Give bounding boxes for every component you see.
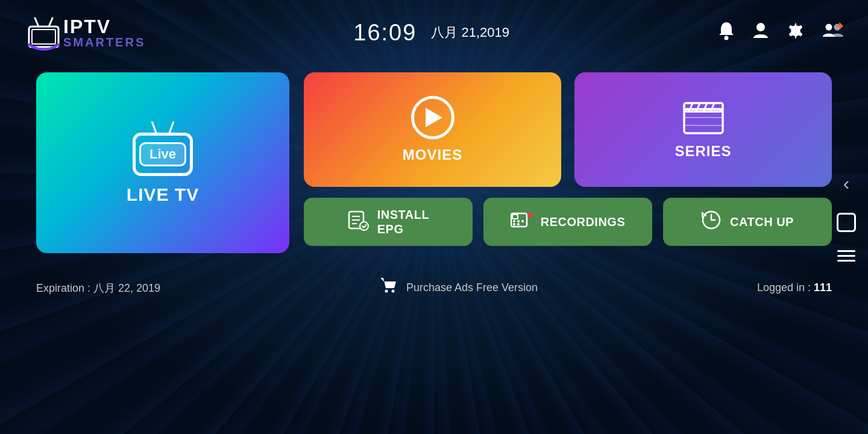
svg-point-31 bbox=[385, 290, 388, 293]
recordings-button[interactable]: RECORDINGS bbox=[483, 198, 652, 246]
svg-line-12 bbox=[696, 103, 700, 112]
bottom-row: INSTALL EPG bbox=[304, 198, 832, 246]
svg-point-28 bbox=[517, 223, 520, 225]
recordings-label: RECORDINGS bbox=[541, 215, 626, 229]
catch-up-button[interactable]: CATCH UP bbox=[663, 198, 832, 246]
svg-rect-1 bbox=[32, 30, 55, 44]
header-center: 16:09 八月 21,2019 bbox=[145, 20, 717, 46]
svg-line-3 bbox=[49, 18, 52, 27]
menu-line-2 bbox=[837, 255, 855, 257]
svg-line-13 bbox=[703, 103, 707, 112]
purchase-section[interactable]: Purchase Ads Free Version bbox=[380, 277, 538, 298]
menu-line-1 bbox=[837, 250, 855, 252]
logo-area: IPTV SMARTERS bbox=[24, 13, 145, 52]
live-tv-label: LIVE TV bbox=[127, 184, 199, 205]
header: IPTV SMARTERS 16:09 八月 21,2019 bbox=[0, 0, 868, 54]
settings-icon[interactable] bbox=[786, 21, 805, 45]
clock-display: 16:09 bbox=[353, 20, 417, 46]
tv-screen: Live bbox=[133, 133, 193, 176]
logo-tv-icon bbox=[24, 13, 63, 52]
live-badge: Live bbox=[139, 142, 186, 166]
logged-in-value: 111 bbox=[814, 281, 832, 294]
svg-point-7 bbox=[826, 24, 832, 30]
series-card[interactable]: SERIES bbox=[574, 72, 832, 187]
play-button-icon bbox=[411, 96, 454, 139]
live-tv-card[interactable]: Live LIVE TV bbox=[36, 72, 289, 253]
logo-text: IPTV SMARTERS bbox=[63, 17, 145, 48]
date-display: 八月 21,2019 bbox=[431, 24, 509, 42]
epg-icon bbox=[347, 209, 369, 235]
svg-line-14 bbox=[711, 103, 714, 112]
svg-point-4 bbox=[725, 36, 729, 40]
switch-user-icon[interactable] bbox=[822, 21, 844, 45]
footer: Expiration : 八月 22, 2019 Purchase Ads Fr… bbox=[0, 271, 868, 304]
play-triangle bbox=[426, 108, 442, 127]
live-tv-icon: Live bbox=[133, 121, 193, 176]
back-chevron[interactable]: ‹ bbox=[843, 172, 850, 195]
install-epg-text: INSTALL EPG bbox=[377, 207, 429, 236]
recordings-icon bbox=[511, 211, 532, 233]
top-row: MOVIES bbox=[304, 72, 832, 187]
profile-icon[interactable] bbox=[752, 21, 769, 45]
svg-point-24 bbox=[513, 220, 515, 222]
svg-rect-23 bbox=[512, 215, 518, 219]
svg-rect-9 bbox=[684, 109, 723, 133]
movies-card[interactable]: MOVIES bbox=[304, 72, 561, 187]
menu-line-3 bbox=[837, 260, 855, 262]
svg-point-27 bbox=[513, 223, 515, 225]
expiration-text: Expiration : 八月 22, 2019 bbox=[36, 281, 160, 295]
main-content: Live LIVE TV MOVIES bbox=[0, 54, 868, 265]
side-controls: ‹ bbox=[837, 172, 856, 262]
logged-in-section: Logged in : 111 bbox=[757, 281, 832, 294]
right-grid: MOVIES bbox=[304, 72, 832, 246]
catchup-icon bbox=[701, 210, 722, 234]
movies-label: MOVIES bbox=[403, 146, 462, 163]
logo-smarters: SMARTERS bbox=[63, 36, 145, 48]
svg-point-32 bbox=[391, 290, 394, 293]
clapper-icon bbox=[682, 99, 725, 136]
purchase-text: Purchase Ads Free Version bbox=[406, 281, 538, 294]
cart-icon bbox=[380, 277, 398, 298]
svg-point-25 bbox=[517, 220, 520, 222]
side-menu-button[interactable] bbox=[837, 250, 855, 262]
svg-point-26 bbox=[521, 220, 524, 222]
bell-icon[interactable] bbox=[717, 21, 735, 45]
svg-point-21 bbox=[360, 222, 368, 230]
install-epg-button[interactable]: INSTALL EPG bbox=[304, 198, 473, 246]
header-icons bbox=[717, 21, 844, 45]
svg-line-2 bbox=[35, 18, 39, 27]
svg-point-5 bbox=[756, 23, 765, 31]
svg-point-29 bbox=[527, 213, 532, 218]
svg-point-8 bbox=[834, 24, 841, 30]
catch-up-label: CATCH UP bbox=[730, 215, 794, 229]
side-square-button[interactable] bbox=[837, 213, 856, 232]
tv-antenna bbox=[156, 121, 170, 134]
logo-iptv: IPTV bbox=[63, 17, 145, 36]
logged-in-label: Logged in : bbox=[757, 281, 814, 294]
svg-line-11 bbox=[689, 103, 693, 112]
series-label: SERIES bbox=[675, 143, 731, 160]
